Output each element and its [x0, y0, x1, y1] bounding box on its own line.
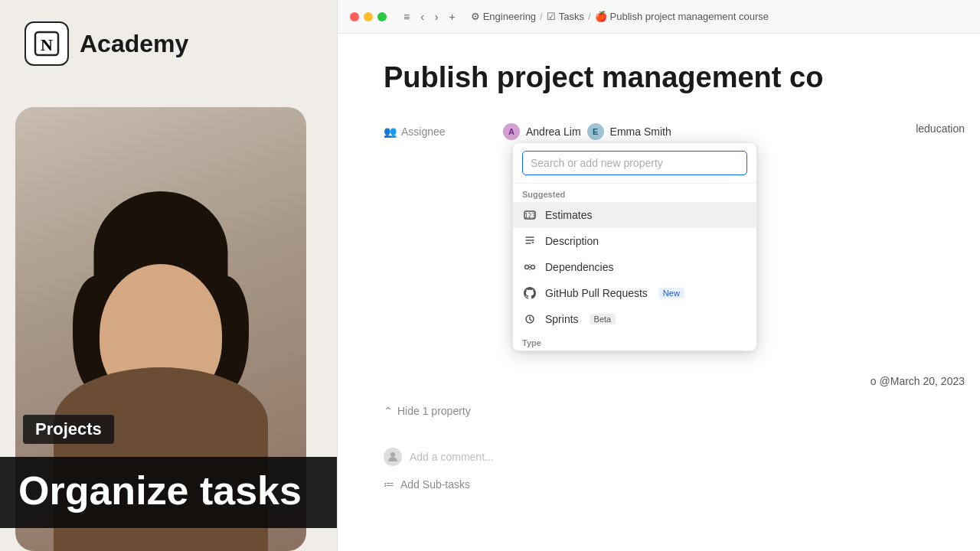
engineering-label: Engineering — [483, 11, 536, 22]
dropdown-item-github[interactable]: GitHub Pull Requests New — [513, 280, 756, 306]
breadcrumb-engineering[interactable]: ⚙ Engineering — [471, 11, 536, 22]
breadcrumb-course[interactable]: 🍎 Publish project management course — [595, 11, 769, 22]
app-window: ≡ ‹ › + ⚙ Engineering / ☑ Tasks / 🍎 Publ… — [337, 0, 980, 551]
headline: Organize tasks — [0, 457, 345, 528]
dependencies-label: Dependencies — [545, 261, 614, 273]
breadcrumb-sep-1: / — [540, 11, 543, 22]
breadcrumb-tasks[interactable]: ☑ Tasks — [547, 11, 584, 22]
svg-text:123: 123 — [524, 213, 536, 220]
engineering-icon: ⚙ — [471, 11, 480, 22]
assignee-icon: 👥 — [384, 126, 397, 138]
suggested-label: Suggested — [513, 184, 756, 202]
page-title: Publish project management co — [384, 61, 934, 94]
dropdown-item-dependencies[interactable]: Dependencies — [513, 254, 756, 280]
education-partial: leducation — [916, 122, 965, 135]
menu-icon[interactable]: ≡ — [400, 9, 413, 24]
close-button[interactable] — [350, 12, 359, 21]
estimates-label: Estimates — [545, 209, 592, 221]
search-container — [513, 143, 756, 184]
github-icon — [522, 285, 537, 301]
maximize-button[interactable] — [377, 12, 387, 21]
property-dropdown: Suggested 123 Estimates Description — [512, 142, 757, 351]
property-search-input[interactable] — [522, 151, 747, 175]
add-subtasks-row[interactable]: ≔ Add Sub-tasks — [384, 478, 934, 491]
dropdown-item-sprints[interactable]: Sprints Beta — [513, 306, 756, 332]
github-label: GitHub Pull Requests — [545, 287, 648, 299]
date-partial: o @March 20, 2023 — [871, 375, 965, 387]
svg-text:N: N — [41, 35, 53, 54]
minimize-button[interactable] — [364, 12, 373, 21]
assignee-property-row: 👥 Assignee A Andrea Lim E Emma Smith — [384, 119, 934, 145]
sprints-label: Sprints — [545, 313, 579, 325]
breadcrumb-sep-2: / — [588, 11, 591, 22]
academy-label: Academy — [80, 30, 188, 58]
assignee-value[interactable]: A Andrea Lim E Emma Smith — [503, 123, 671, 140]
avatar-emma: E — [587, 123, 604, 140]
svg-point-2 — [390, 452, 395, 457]
assignee-label: 👥 Assignee — [384, 126, 491, 138]
projects-label: Projects — [23, 415, 114, 444]
beta-badge: Beta — [590, 314, 616, 324]
hide-property-row[interactable]: ⌃ Hide 1 property — [384, 405, 934, 417]
nav-controls: ≡ ‹ › + — [400, 9, 459, 24]
description-label: Description — [545, 235, 599, 247]
tasks-icon: ☑ — [547, 11, 556, 22]
title-bar: ≡ ‹ › + ⚙ Engineering / ☑ Tasks / 🍎 Publ… — [338, 0, 980, 34]
left-panel: N Academy Projects Organize tasks — [0, 0, 345, 551]
subtasks-icon: ≔ — [384, 478, 394, 491]
estimates-icon: 123 — [522, 207, 537, 223]
description-icon — [522, 233, 537, 249]
course-label: Publish project management course — [610, 11, 769, 22]
comment-avatar — [384, 448, 402, 466]
new-badge: New — [658, 288, 684, 298]
course-icon: 🍎 — [595, 11, 607, 22]
dropdown-item-description[interactable]: Description — [513, 228, 756, 254]
back-icon[interactable]: ‹ — [417, 9, 427, 24]
comment-row: Add a comment... — [384, 448, 934, 466]
type-label: Type — [513, 332, 756, 350]
avatar-andrea: A — [503, 123, 520, 140]
dropdown-item-estimates[interactable]: 123 Estimates — [513, 202, 756, 228]
traffic-lights — [350, 12, 387, 21]
comment-placeholder[interactable]: Add a comment... — [410, 451, 494, 463]
notion-logo: N — [24, 21, 69, 66]
svg-point-6 — [531, 266, 535, 269]
subtasks-label: Add Sub-tasks — [400, 478, 470, 491]
properties-area: 👥 Assignee A Andrea Lim E Emma Smith — [384, 119, 934, 145]
hide-property-label: Hide 1 property — [397, 405, 471, 417]
tasks-label: Tasks — [559, 11, 584, 22]
breadcrumb: ⚙ Engineering / ☑ Tasks / 🍎 Publish proj… — [471, 11, 769, 22]
notion-header: N Academy — [24, 21, 188, 66]
emma-name: Emma Smith — [610, 126, 671, 138]
sprints-icon — [522, 311, 537, 327]
forward-icon[interactable]: › — [432, 9, 442, 24]
chevron-up-icon: ⌃ — [384, 405, 393, 417]
add-icon[interactable]: + — [446, 9, 459, 24]
dependencies-icon — [522, 259, 537, 275]
andrea-name: Andrea Lim — [526, 126, 581, 138]
svg-point-5 — [525, 266, 529, 269]
